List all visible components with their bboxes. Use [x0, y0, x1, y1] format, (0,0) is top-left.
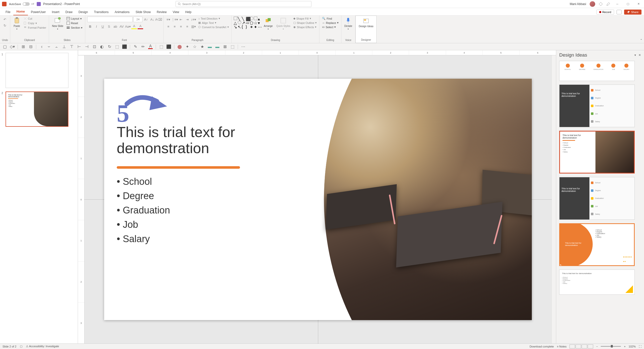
diamond-icon[interactable] [599, 2, 603, 6]
sec-btn-15[interactable]: ⬚ [115, 45, 119, 49]
sec-btn-24[interactable]: ☆ [192, 45, 197, 49]
save-icon[interactable] [37, 2, 41, 6]
normal-view-button[interactable] [570, 344, 575, 348]
italic-button[interactable]: I [94, 24, 99, 29]
sec-btn-22[interactable]: ⬤ [177, 45, 182, 49]
paste-button[interactable]: Paste ▾ [12, 17, 21, 31]
horizontal-ruler[interactable]: 6543210123456 [78, 50, 556, 55]
outdent-button[interactable]: ⇤ [178, 17, 184, 22]
tab-slideshow[interactable]: Slide Show [133, 9, 154, 15]
slide[interactable]: 5 This is trial text for demonstration S… [104, 79, 532, 320]
sec-btn-10[interactable]: ⊢ [77, 45, 82, 49]
align-left-button[interactable]: ≡ [166, 24, 171, 29]
sec-btn-17[interactable]: ✎ [133, 45, 138, 49]
design-idea-3[interactable]: This is trial text for demonstration Sch… [559, 177, 635, 220]
slideshow-view-button[interactable] [588, 344, 593, 348]
design-ideas-button[interactable]: Design Ideas [358, 17, 374, 28]
find-button[interactable]: 🔍 Find [321, 17, 339, 20]
underline-button[interactable]: U [100, 24, 105, 29]
shape-effects-button[interactable]: ◉ Shape Effects ▾ [293, 25, 317, 29]
sec-btn-29[interactable]: ⬚ [230, 45, 235, 49]
line-spacing-button[interactable]: ↕≡▾ [191, 17, 196, 22]
undo-button[interactable]: ↶ [2, 17, 8, 22]
accessibility-status[interactable]: ⚠ Accessibility: Investigate [26, 345, 59, 348]
new-slide-button[interactable]: + New Slide ▾ [51, 17, 64, 31]
columns-button[interactable]: ▥▾ [191, 24, 196, 29]
thumbnail-1[interactable]: 1 [2, 53, 76, 88]
sec-btn-14[interactable]: ↻ [107, 45, 112, 49]
format-painter-button[interactable]: Format Painter [23, 26, 47, 30]
font-color-button[interactable]: A [138, 24, 143, 29]
sec-btn-13[interactable]: ◐ [100, 45, 104, 49]
indent-button[interactable]: ⇥ [184, 17, 190, 22]
pane-close-button[interactable]: ✕ [638, 53, 641, 57]
minimize-button[interactable]: ─ [614, 2, 621, 7]
sec-btn-23[interactable]: ✦ [185, 45, 189, 49]
sec-btn-4[interactable]: ⊟ [28, 45, 33, 49]
replace-button[interactable]: ↔ Replace ▾ [321, 21, 339, 25]
smartart-button[interactable]: ⬡ Convert to SmartArt ▾ [198, 25, 229, 29]
slide-counter[interactable]: Slide 2 of 2 [3, 345, 16, 348]
sec-btn-25[interactable]: ★ [200, 45, 205, 49]
fit-to-window-button[interactable]: ⛶ [639, 345, 641, 348]
share-button[interactable]: Share [624, 10, 641, 15]
shape-fill-button[interactable]: ◆ Shape Fill ▾ [293, 17, 317, 20]
spacing-button[interactable]: AV [119, 24, 124, 29]
autosave-toggle[interactable]: AutoSave Off [9, 2, 34, 6]
slide-title[interactable]: This is trial text for demonstration [117, 124, 293, 156]
comments-button[interactable] [617, 10, 622, 14]
thumbnail-2-preview[interactable]: This is trial text for demonstration • S… [6, 92, 68, 127]
language-icon[interactable]: ▢ [20, 345, 22, 348]
thumbnail-2[interactable]: 2 This is trial text for demonstration •… [2, 92, 76, 127]
vertical-ruler[interactable]: 3210123 [78, 55, 85, 343]
tab-review[interactable]: Review [154, 9, 170, 15]
user-name[interactable]: Mani Abbasi [570, 2, 586, 6]
cut-button[interactable]: Cut [23, 17, 47, 21]
notes-button[interactable]: ≡ Notes [557, 345, 567, 348]
sec-btn-2[interactable]: ◇▾ [10, 45, 15, 49]
tab-draw[interactable]: Draw [62, 9, 75, 15]
reset-button[interactable]: Reset [66, 21, 83, 25]
toggle-switch[interactable] [23, 2, 30, 6]
sec-btn-8[interactable]: ⊥ [62, 45, 66, 49]
thumbnail-1-preview[interactable] [6, 53, 68, 88]
highlight-button[interactable]: A [131, 24, 137, 29]
tab-transitions[interactable]: Transitions [91, 9, 111, 15]
shapes-gallery[interactable]: ╲╲⬛▴ △↗⇨⬠☆▾ ↘↖{}✶✦⋯ [234, 17, 261, 28]
bold-button[interactable]: B [87, 24, 93, 29]
align-text-button[interactable]: ▦ Align Text ▾ [198, 21, 229, 25]
sec-btn-30[interactable]: ⋯ [241, 45, 246, 49]
shadow-button[interactable]: ab [112, 24, 118, 29]
pane-dropdown[interactable]: ▾ [634, 53, 636, 57]
sec-btn-3[interactable]: ⊞ [21, 45, 25, 49]
layout-button[interactable]: Layout ▾ [66, 17, 83, 21]
design-idea-2[interactable]: This is trial text for demonstration • S… [559, 131, 635, 173]
search-input[interactable]: Search (Alt+Q) [176, 1, 311, 7]
vertical-scrollbar[interactable] [551, 55, 556, 343]
zoom-out-button[interactable]: − [596, 345, 598, 348]
maximize-button[interactable]: ▢ [624, 2, 631, 7]
tab-help[interactable]: Help [182, 9, 194, 15]
tab-home[interactable]: Home [13, 8, 28, 15]
canvas[interactable]: 5 This is trial text for demonstration S… [85, 55, 551, 343]
clear-format-button[interactable]: A⌫ [156, 17, 161, 22]
sec-btn-19[interactable]: A [148, 45, 153, 49]
font-family-select[interactable] [87, 17, 133, 22]
ribbon-collapse-button[interactable]: ⌃ [640, 38, 642, 42]
record-button[interactable]: Record [596, 10, 614, 15]
sec-btn-12[interactable]: ⊡ [92, 45, 97, 49]
numbering-button[interactable]: ⋮≡▾ [172, 17, 177, 22]
zoom-slider[interactable] [601, 346, 621, 347]
design-idea-4[interactable]: This is trial text for demonstration Sch… [559, 223, 635, 266]
sec-btn-6[interactable]: ⫟ [47, 45, 51, 49]
close-button[interactable]: ✕ [635, 2, 642, 7]
align-right-button[interactable]: ≡ [178, 24, 184, 29]
tab-animations[interactable]: Animations [112, 9, 133, 15]
align-center-button[interactable]: ≡ [172, 24, 177, 29]
sec-btn-20[interactable]: ⬚ [159, 45, 164, 49]
increase-font-button[interactable]: A↑ [143, 17, 149, 22]
section-button[interactable]: Section ▾ [66, 26, 83, 30]
sec-btn-21[interactable]: ⬛ [167, 45, 171, 49]
slide-image[interactable] [301, 79, 532, 320]
tab-poweruser[interactable]: PowerUser [28, 9, 49, 15]
